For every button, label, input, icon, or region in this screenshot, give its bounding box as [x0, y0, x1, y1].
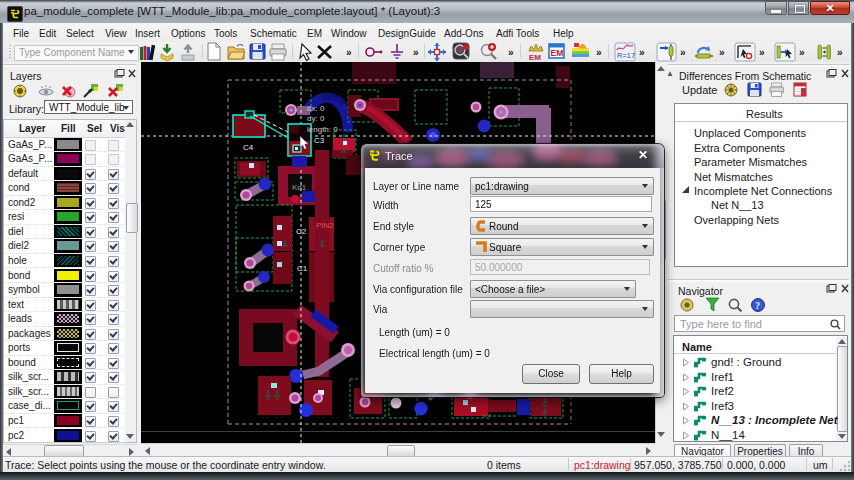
svg-text:?: ?: [755, 301, 760, 311]
svg-text:C3: C3: [314, 136, 325, 145]
svg-text:C1: C1: [297, 264, 308, 273]
svg-text:EM: EM: [529, 53, 541, 62]
svg-text:PIN2: PIN2: [316, 221, 334, 230]
svg-text:»: »: [639, 47, 645, 58]
svg-text:»: »: [508, 47, 514, 58]
svg-text:»: »: [759, 47, 765, 58]
svg-text:Kd1: Kd1: [292, 183, 307, 192]
svg-text:length: 0: length: 0: [307, 125, 338, 134]
svg-text:»: »: [719, 47, 725, 58]
svg-text:»: »: [799, 47, 805, 58]
svg-text:R=17: R=17: [617, 51, 635, 60]
svg-text:C2: C2: [296, 227, 307, 236]
svg-text:»: »: [680, 47, 686, 58]
svg-text:»: »: [596, 47, 602, 58]
svg-text:»: »: [413, 47, 419, 58]
svg-text:dx: 0: dx: 0: [307, 104, 325, 113]
svg-text:dy: 0: dy: 0: [307, 114, 325, 123]
svg-text:»: »: [837, 47, 843, 58]
svg-text:»: »: [346, 47, 352, 58]
svg-text:EM: EM: [551, 48, 564, 58]
svg-text:C4: C4: [243, 143, 254, 152]
